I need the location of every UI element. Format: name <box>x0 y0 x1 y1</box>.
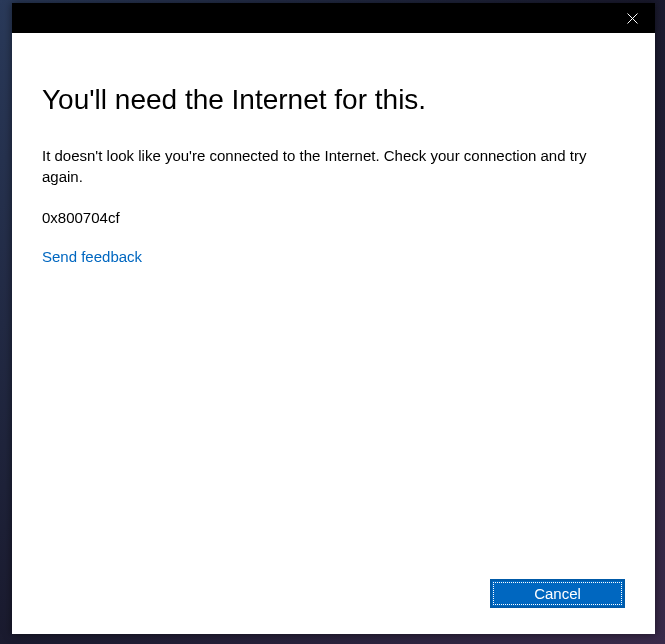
dialog-footer: Cancel <box>12 579 655 634</box>
send-feedback-link[interactable]: Send feedback <box>42 248 142 265</box>
close-button[interactable] <box>610 3 655 33</box>
titlebar <box>12 3 655 33</box>
close-icon <box>627 13 638 24</box>
cancel-button[interactable]: Cancel <box>490 579 625 608</box>
dialog-heading: You'll need the Internet for this. <box>42 83 625 117</box>
dialog-body-text: It doesn't look like you're connected to… <box>42 145 602 187</box>
dialog-content: You'll need the Internet for this. It do… <box>12 33 655 579</box>
dialog-window: You'll need the Internet for this. It do… <box>12 3 655 634</box>
error-code: 0x800704cf <box>42 209 625 226</box>
